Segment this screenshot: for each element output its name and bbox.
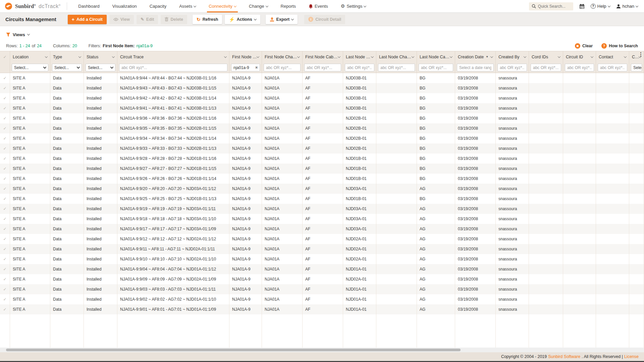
table-row[interactable]: ✓SITE ADataInstalledNJA01A-9:9/35 ~ AF8:… — [0, 123, 644, 133]
nav-item-connectivity[interactable]: Connectivity — [202, 0, 243, 12]
column-menu-chevron-icon[interactable] — [490, 55, 493, 58]
row-check-cell[interactable]: ✓ — [0, 254, 10, 264]
column-menu-chevron-icon[interactable] — [558, 55, 560, 58]
row-check-cell[interactable]: ✓ — [0, 184, 10, 194]
filter-text-input[interactable] — [457, 64, 494, 71]
column-header-circuit-id[interactable]: Circuit ID — [563, 51, 596, 62]
select-dropdown[interactable]: Select... — [52, 64, 82, 71]
quick-search[interactable] — [529, 2, 573, 10]
row-check-cell[interactable]: ✓ — [0, 284, 10, 294]
table-row[interactable]: ✓SITE ADataInstalledNJA01A-9:9/34 ~ AF8:… — [0, 133, 644, 143]
row-check-cell[interactable]: ✓ — [0, 304, 10, 314]
select-all-header[interactable]: ✓ — [0, 51, 10, 62]
row-check-cell[interactable]: ✓ — [0, 113, 10, 123]
filter-text-input[interactable] — [531, 64, 561, 71]
row-check-cell[interactable]: ✓ — [0, 274, 10, 284]
column-menu-chevron-icon[interactable] — [257, 55, 259, 58]
row-check-cell[interactable]: ✓ — [0, 154, 10, 164]
column-header-type[interactable]: Type — [50, 51, 84, 62]
column-menu-chevron-icon[interactable] — [524, 55, 526, 58]
column-menu-chevron-icon[interactable] — [624, 55, 627, 58]
horizontal-scrollbar[interactable] — [0, 348, 644, 352]
export-button[interactable]: Export — [266, 15, 298, 24]
column-header-first-node-item[interactable]: First Node Item — [229, 51, 262, 62]
filter-text-input[interactable] — [378, 64, 415, 71]
table-row[interactable]: ✓SITE ADataInstalledNJA01A-9:9/44 ~ AF8:… — [0, 73, 644, 83]
column-header-cont[interactable]: Cont⋮ — [629, 51, 644, 62]
row-check-cell[interactable]: ✓ — [0, 234, 10, 244]
brand-logo[interactable]: Sunbird® dcTrack® — [0, 0, 65, 12]
nav-item-visualization[interactable]: Visualization — [106, 0, 143, 12]
column-header-last-node-chassis[interactable]: Last Node Chassis — [376, 51, 417, 62]
column-header-cord-ids[interactable]: Cord IDs — [529, 51, 563, 62]
column-header-first-node-cabinet[interactable]: First Node Cabinet — [303, 51, 343, 62]
column-header-creation-date[interactable]: Creation Date▼ — [455, 51, 496, 62]
row-check-cell[interactable]: ✓ — [0, 174, 10, 184]
column-header-contact[interactable]: Contact — [596, 51, 629, 62]
column-header-last-node-cabinet[interactable]: Last Node Cabinet — [417, 51, 455, 62]
table-row[interactable]: ✓SITE ADataInstalledNJA01A-9:9/26 ~ AF8:… — [0, 174, 644, 184]
nav-item-assets[interactable]: Assets — [173, 0, 202, 12]
row-check-cell[interactable]: ✓ — [0, 194, 10, 204]
column-menu-chevron-icon[interactable] — [338, 55, 340, 58]
column-menu-chevron-icon[interactable] — [224, 55, 227, 58]
add-circuit-button[interactable]: + Add a Circuit — [68, 15, 107, 24]
row-check-cell[interactable]: ✓ — [0, 244, 10, 254]
column-header-last-node-item[interactable]: Last Node Item — [343, 51, 376, 62]
license-link[interactable]: License — [624, 354, 639, 359]
table-row[interactable]: ✓SITE ADataInstalledNJA01A-9:9/28 ~ AF8:… — [0, 154, 644, 164]
user-menu[interactable]: hchan — [616, 4, 638, 9]
row-check-cell[interactable]: ✓ — [0, 143, 10, 154]
column-menu-chevron-icon[interactable] — [412, 55, 414, 58]
refresh-button[interactable]: ↻ Refresh — [193, 15, 222, 24]
clear-filters-button[interactable]: ✖ Clear — [575, 43, 593, 49]
filter-text-input[interactable] — [304, 64, 341, 71]
row-check-cell[interactable]: ✓ — [0, 93, 10, 103]
table-row[interactable]: ✓SITE ADataInstalledNJA01A-9:9/02 ~ AF8:… — [0, 294, 644, 304]
nav-item-settings[interactable]: ⚙Settings — [334, 0, 373, 12]
filter-text-input[interactable] — [419, 64, 453, 71]
filter-text-input[interactable] — [598, 64, 627, 71]
select-dropdown[interactable]: Select... — [12, 64, 48, 71]
column-menu-chevron-icon[interactable] — [78, 55, 81, 58]
column-header-status[interactable]: Status — [84, 51, 117, 62]
column-header-first-node-chassis[interactable]: First Node Chassis — [262, 51, 303, 62]
table-row[interactable]: ✓SITE ADataInstalledNJA01A-9:9/25 ~ AF8:… — [0, 194, 644, 204]
table-row[interactable]: ✓SITE ADataInstalledNJA01A-9:9/17 ~ AF8:… — [0, 224, 644, 234]
table-row[interactable]: ✓SITE ADataInstalledNJA01A-9:9/43 ~ AF8:… — [0, 83, 644, 93]
help-menu[interactable]: ? Help — [591, 4, 610, 9]
table-row[interactable]: ✓SITE ADataInstalledNJA01A-9:9/01 ~ AF8:… — [0, 304, 644, 314]
scrollbar-thumb[interactable] — [6, 349, 461, 351]
row-check-cell[interactable]: ✓ — [0, 204, 10, 214]
table-row[interactable]: ✓SITE ADataInstalledNJA01A-9:9/19 ~ AF8:… — [0, 204, 644, 214]
filter-text-input[interactable] — [345, 64, 374, 71]
how-to-search-button[interactable]: ? How to Search — [601, 43, 638, 49]
table-row[interactable]: ✓SITE ADataInstalledNJA01A-9:9/20 ~ AF8:… — [0, 184, 644, 194]
table-row[interactable]: ✓SITE ADataInstalledNJA01A-9:9/11 ~ AF8:… — [0, 244, 644, 254]
table-row[interactable]: ✓SITE ADataInstalledNJA01A-9:9/42 ~ AF8:… — [0, 93, 644, 103]
nav-item-change[interactable]: Change — [243, 0, 274, 12]
table-row[interactable]: ✓SITE ADataInstalledNJA01A-9:9/41 ~ AF8:… — [0, 103, 644, 113]
company-link[interactable]: Sunbird Software — [548, 354, 580, 359]
nav-item-capacity[interactable]: Capacity — [143, 0, 173, 12]
edit-button[interactable]: ✎ Edit — [137, 15, 158, 24]
column-header-location[interactable]: Location — [10, 51, 50, 62]
nav-item-dashboard[interactable]: Dashboard — [72, 0, 106, 12]
nav-item-events[interactable]: Events — [302, 0, 334, 12]
column-menu-chevron-icon[interactable] — [45, 55, 48, 58]
views-dropdown[interactable]: Views — [6, 32, 30, 37]
select-dropdown[interactable]: Select... — [86, 64, 115, 71]
column-kebab-icon[interactable]: ⋮ — [638, 53, 643, 56]
quick-search-input[interactable] — [538, 4, 571, 9]
actions-button[interactable]: ⚡ Actions — [225, 15, 260, 24]
calendar-icon[interactable] — [579, 4, 585, 9]
delete-button[interactable]: Delete — [161, 15, 187, 24]
column-menu-chevron-icon[interactable] — [450, 55, 452, 58]
table-row[interactable]: ✓SITE ADataInstalledNJA01A-9:9/12 ~ AF8:… — [0, 234, 644, 244]
clear-filter-x-icon[interactable]: ✖ — [255, 66, 258, 69]
column-menu-chevron-icon[interactable] — [297, 55, 300, 58]
table-row[interactable]: ✓SITE ADataInstalledNJA01A-9:9/36 ~ AF8:… — [0, 113, 644, 123]
circuit-detail-button[interactable]: i Circuit Detail — [304, 15, 345, 24]
row-check-cell[interactable]: ✓ — [0, 214, 10, 224]
table-row[interactable]: ✓SITE ADataInstalledNJA01A-9:9/10 ~ AF8:… — [0, 254, 644, 264]
